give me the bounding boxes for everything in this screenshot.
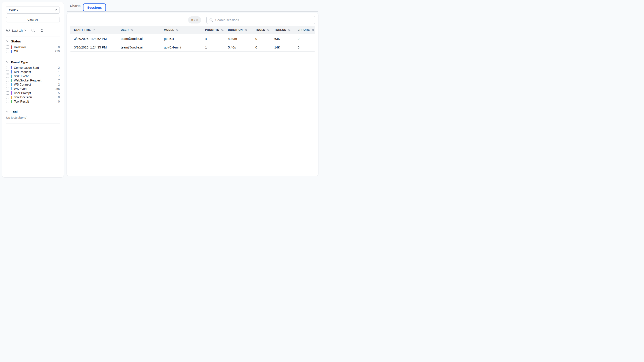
cell-user: team@oodle.ai — [117, 34, 160, 43]
event-color-indicator — [11, 91, 12, 95]
column-header-user[interactable]: USER — [117, 26, 160, 34]
filter-label: API Request — [14, 70, 31, 74]
filter-count: 7 — [58, 74, 60, 78]
filter-label: WS Connect — [14, 83, 31, 86]
cell-tools: 0 — [252, 34, 270, 43]
sessions-panel: 3 / 3 START TIME USER — [67, 13, 318, 176]
filter-count: 2 — [58, 66, 60, 69]
column-label: START TIME — [74, 28, 91, 31]
divider — [6, 57, 60, 57]
cell-duration: 4.39m — [224, 34, 252, 43]
filter-checkbox[interactable] — [6, 74, 9, 78]
event-color-indicator — [11, 74, 12, 78]
divider — [6, 107, 60, 107]
chevron-down-icon — [6, 61, 9, 63]
column-header-start-time[interactable]: START TIME — [70, 26, 117, 34]
filter-count: 279 — [55, 49, 60, 53]
column-label: PROMPTS — [205, 28, 219, 31]
main-tabs-bar: Charts Sessions — [67, 0, 318, 12]
column-header-prompts[interactable]: PROMPTS — [201, 26, 224, 34]
clear-all-button[interactable]: Clear All — [6, 17, 60, 22]
column-header-duration[interactable]: DURATION — [224, 26, 252, 34]
column-label: USER — [121, 28, 128, 31]
sort-desc-icon — [92, 29, 95, 31]
column-header-tools[interactable]: TOOLS — [252, 26, 270, 34]
sort-toggle-icon — [244, 28, 248, 31]
filter-checkbox[interactable] — [6, 79, 9, 82]
filter-row-sse-event[interactable]: SSE Event 7 — [6, 74, 60, 78]
status-color-indicator — [11, 45, 12, 49]
filter-count: 255 — [55, 87, 60, 90]
filter-checkbox[interactable] — [6, 87, 9, 90]
event-color-indicator — [11, 83, 12, 86]
tab-sessions[interactable]: Sessions — [83, 3, 106, 11]
filter-label: Tool Result — [14, 100, 29, 103]
column-label: TOKENS — [274, 28, 286, 31]
search-icon — [209, 18, 213, 22]
session-row[interactable]: 3/26/2026, 1:24:35 PM team@oodle.ai gpt-… — [70, 43, 315, 51]
cell-start-time: 3/26/2026, 1:28:52 PM — [70, 34, 117, 43]
results-separator: / — [194, 18, 195, 22]
cell-prompts: 4 — [201, 34, 224, 43]
status-color-indicator — [11, 50, 12, 53]
service-selector-value: Codex — [9, 8, 18, 12]
column-label: ERRORS — [298, 28, 310, 31]
filter-checkbox[interactable] — [6, 50, 9, 53]
time-controls: Last 1h — [6, 28, 60, 33]
chevron-down-icon — [6, 111, 9, 113]
filter-row-conversation-start[interactable]: Conversation Start 2 — [6, 65, 60, 70]
filter-row-ok[interactable]: OK 279 — [6, 49, 60, 54]
event-color-indicator — [11, 66, 12, 69]
column-label: TOOLS — [255, 28, 265, 31]
section-title-label: Event Type — [11, 60, 28, 64]
filter-row-tool-result[interactable]: Tool Result 0 — [6, 99, 60, 104]
filter-label: HasError — [14, 45, 26, 49]
event-color-indicator — [11, 96, 12, 99]
event-color-indicator — [11, 100, 12, 103]
filter-row-haserror[interactable]: HasError 0 — [6, 45, 60, 49]
section-title-label: Status — [11, 39, 21, 43]
filter-checkbox[interactable] — [6, 45, 9, 49]
event-type-section-header[interactable]: Event Type — [6, 60, 60, 64]
filter-checkbox[interactable] — [6, 96, 9, 99]
filter-count: 7 — [58, 79, 60, 82]
filter-label: WebSocket Request — [14, 79, 42, 82]
filter-checkbox[interactable] — [6, 83, 9, 86]
event-color-indicator — [11, 87, 12, 90]
search-sessions-input[interactable] — [206, 16, 315, 24]
filter-checkbox[interactable] — [6, 70, 9, 73]
divider — [6, 36, 60, 36]
chevron-down-icon — [54, 8, 57, 11]
filter-row-api-request[interactable]: API Request 1 — [6, 70, 60, 74]
filter-count: 2 — [58, 83, 60, 86]
column-header-errors[interactable]: ERRORS — [294, 26, 315, 34]
filter-row-tool-decision[interactable]: Tool Decision 0 — [6, 95, 60, 99]
service-selector[interactable]: Codex — [6, 6, 60, 13]
time-range-selector[interactable]: Last 1h — [12, 29, 26, 32]
filter-row-user-prompt[interactable]: User Prompt 5 — [6, 91, 60, 95]
filter-checkbox[interactable] — [6, 66, 9, 69]
status-filter-list: HasError 0 OK 279 — [6, 45, 60, 53]
cell-model: gpt-5.4 — [160, 34, 201, 43]
results-counter-badge: 3 / 3 — [188, 16, 201, 23]
filter-row-ws-event[interactable]: WS Event 255 — [6, 87, 60, 91]
session-row[interactable]: 3/26/2026, 1:28:52 PM team@oodle.ai gpt-… — [70, 34, 315, 43]
zoom-out-icon — [31, 28, 35, 32]
tool-section-header[interactable]: Tool — [6, 110, 60, 114]
filter-count: 0 — [58, 95, 60, 99]
column-label: DURATION — [228, 28, 243, 31]
filter-row-ws-connect[interactable]: WS Connect 2 — [6, 82, 60, 87]
filter-checkbox[interactable] — [6, 91, 9, 95]
cell-tools: 0 — [252, 43, 270, 51]
refresh-button[interactable] — [40, 28, 44, 32]
column-header-tokens[interactable]: TOKENS — [270, 26, 294, 34]
column-header-model[interactable]: MODEL — [160, 26, 201, 34]
filter-row-websocket-request[interactable]: WebSocket Request 7 — [6, 78, 60, 82]
tab-charts[interactable]: Charts — [70, 2, 80, 9]
filter-label: User Prompt — [14, 91, 31, 95]
filter-checkbox[interactable] — [6, 100, 9, 103]
status-section-header[interactable]: Status — [6, 39, 60, 43]
cell-start-time: 3/26/2026, 1:24:35 PM — [70, 43, 117, 51]
sessions-table: START TIME USER MODEL — [70, 26, 315, 52]
zoom-out-button[interactable] — [31, 28, 35, 32]
